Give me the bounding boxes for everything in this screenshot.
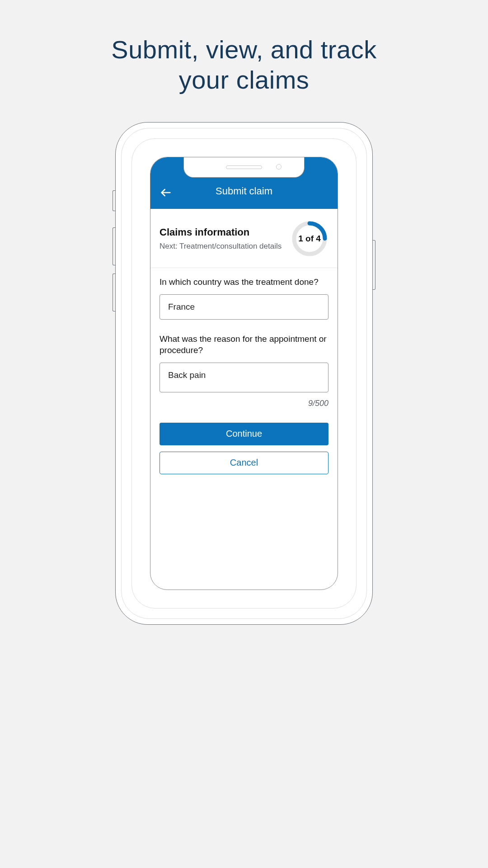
- phone-notch: [183, 157, 305, 178]
- progress-section: Claims information Next: Treatment/consu…: [150, 209, 338, 268]
- country-question-label: In which country was the treatment done?: [160, 276, 328, 288]
- cancel-button[interactable]: Cancel: [160, 452, 328, 474]
- hero-line-1: Submit, view, and track: [0, 34, 488, 65]
- char-counter: 9/500: [160, 399, 328, 408]
- country-input[interactable]: [160, 294, 328, 320]
- progress-step-text: 1 of 4: [291, 220, 328, 258]
- phone-camera: [276, 164, 282, 170]
- back-arrow-icon[interactable]: [160, 186, 172, 199]
- phone-mute-switch: [113, 190, 115, 211]
- page-title: Submit claim: [216, 185, 272, 197]
- hero-line-2: your claims: [0, 65, 488, 95]
- phone-volume-up: [113, 227, 115, 265]
- phone-power-button: [373, 240, 375, 290]
- next-step-label: Next: Treatment/consultation details: [160, 242, 285, 251]
- progress-ring: 1 of 4: [291, 220, 328, 258]
- reason-question-label: What was the reason for the appointment …: [160, 333, 328, 356]
- continue-button[interactable]: Continue: [160, 423, 328, 445]
- hero-title: Submit, view, and track your claims: [0, 0, 488, 95]
- app-screen: Submit claim Claims information Next: Tr…: [150, 157, 338, 590]
- phone-frame: Submit claim Claims information Next: Tr…: [115, 122, 373, 625]
- phone-volume-down: [113, 274, 115, 311]
- phone-speaker: [226, 165, 262, 169]
- claim-form: In which country was the treatment done?…: [150, 268, 338, 474]
- reason-input[interactable]: [160, 363, 328, 392]
- section-heading: Claims information: [160, 226, 285, 238]
